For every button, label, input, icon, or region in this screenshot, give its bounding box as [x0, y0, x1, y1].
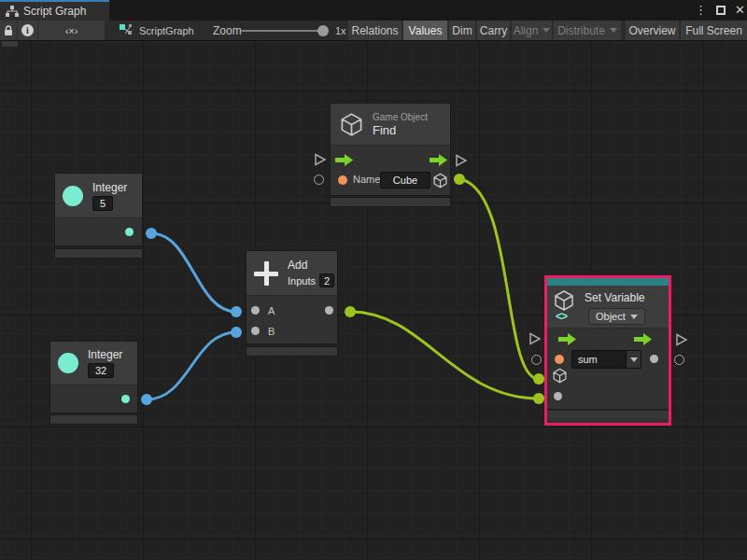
flow-out-triangle-icon[interactable] — [455, 154, 468, 167]
caret-down-icon — [543, 28, 550, 33]
script-graph-icon — [120, 24, 134, 36]
node-body — [50, 385, 137, 413]
integer-value-field[interactable]: 5 — [92, 196, 113, 211]
node-title: Set Variable — [585, 291, 644, 304]
flow-in-triangle-icon[interactable] — [529, 332, 542, 345]
graph-hierarchy-icon — [6, 6, 19, 17]
variable-port-outer-circle[interactable] — [531, 355, 542, 365]
selection-teal-strip — [547, 278, 669, 286]
info-button[interactable]: i — [18, 21, 37, 40]
window-controls: ⋮ ✕ — [695, 0, 745, 21]
name-value-field[interactable]: Cube — [380, 172, 430, 189]
cube-icon — [553, 289, 575, 312]
value-input-port[interactable] — [554, 392, 562, 400]
align-button[interactable]: Align — [512, 21, 552, 40]
node-footer — [547, 409, 669, 418]
input-port-a[interactable] — [251, 306, 260, 315]
variable-name-group: sum — [571, 350, 641, 369]
node-body: A B — [247, 296, 337, 343]
input-port-b[interactable] — [251, 327, 260, 335]
node-header: Integer 32 — [50, 342, 137, 385]
name-label: Name — [353, 174, 380, 185]
gameobject-target-port-icon[interactable] — [552, 368, 568, 384]
dim-button[interactable]: Dim — [449, 21, 475, 40]
value-port-outer-circle[interactable] — [674, 355, 684, 365]
node-category: Game Object — [373, 112, 428, 122]
node-title: Integer — [92, 181, 127, 194]
caret-down-icon — [630, 357, 638, 362]
name-input-port[interactable] — [338, 175, 347, 185]
node-footer — [49, 414, 138, 425]
node-title: Add — [288, 259, 334, 272]
graph-name-label: ScriptGraph — [120, 21, 194, 40]
tab-title: Script Graph — [23, 5, 86, 18]
flow-in-arrow-icon[interactable] — [558, 333, 577, 345]
add-plus-icon — [254, 261, 278, 286]
variable-dropdown-button[interactable] — [627, 350, 641, 369]
variable-code-icon: <> — [556, 310, 567, 323]
zoom-label: Zoom — [213, 21, 242, 40]
inputs-label: Inputs — [288, 275, 316, 287]
values-button[interactable]: Values — [403, 21, 447, 40]
relations-button[interactable]: Relations — [348, 21, 402, 40]
port-label-a: A — [268, 305, 275, 316]
node-body: sum — [547, 329, 669, 409]
node-body: Name Cube — [331, 146, 450, 195]
node-set-variable[interactable]: <> Set Variable Object sum — [544, 275, 671, 426]
output-port[interactable] — [125, 228, 134, 236]
node-footer — [330, 197, 451, 207]
node-footer — [54, 248, 143, 259]
node-add[interactable]: Add Inputs 2 A B — [246, 250, 338, 344]
node-title: Integer — [88, 348, 122, 361]
overview-button[interactable]: Overview — [626, 21, 679, 40]
flow-out-arrow-icon[interactable] — [430, 154, 448, 166]
node-header: <> Set Variable Object — [547, 286, 669, 329]
output-port-sum[interactable] — [325, 306, 333, 315]
node-integer-b[interactable]: Integer 32 — [49, 341, 138, 413]
integer-type-icon — [63, 186, 83, 206]
port-label-b: B — [268, 326, 275, 337]
integer-type-icon — [58, 353, 78, 373]
node-gameobject-find[interactable]: Game Object Find Name Cube — [330, 103, 451, 196]
variable-name-port[interactable] — [555, 355, 564, 364]
integer-value-field[interactable]: 32 — [88, 363, 114, 378]
title-bar: Script Graph ⋮ ✕ — [0, 0, 747, 21]
value-output-port[interactable] — [650, 355, 658, 363]
flow-out-triangle-icon[interactable] — [675, 333, 688, 346]
flow-in-triangle-icon[interactable] — [314, 153, 327, 166]
flow-in-arrow-icon[interactable] — [335, 154, 354, 166]
distribute-button[interactable]: Distribute — [554, 21, 621, 40]
fullscreen-button[interactable]: Full Screen — [681, 21, 747, 40]
scope-dropdown[interactable]: Object — [588, 308, 645, 325]
zoom-value: 1x — [335, 21, 346, 40]
node-body — [55, 218, 142, 245]
node-integer-a[interactable]: Integer 5 — [54, 173, 143, 246]
unity-script-graph-window: Script Graph ⋮ ✕ i ‹×› — [0, 0, 747, 560]
code-icon: ‹×› — [65, 25, 78, 36]
lock-icon — [4, 25, 13, 36]
output-port[interactable] — [121, 395, 130, 403]
variable-name-field[interactable]: sum — [571, 350, 627, 369]
node-title: Find — [373, 123, 428, 137]
name-port-outer-circle[interactable] — [314, 175, 324, 185]
info-icon: i — [21, 24, 34, 36]
node-header: Integer 5 — [55, 174, 142, 218]
node-header: Game Object Find — [331, 104, 450, 146]
maximize-icon[interactable] — [716, 6, 726, 15]
code-view-button[interactable]: ‹×› — [38, 21, 105, 40]
carry-button[interactable]: Carry — [477, 21, 510, 40]
window-menu-icon[interactable]: ⋮ — [695, 0, 707, 21]
cube-icon — [339, 112, 364, 137]
caret-down-icon — [610, 28, 617, 33]
flow-out-arrow-icon[interactable] — [634, 333, 653, 345]
graph-toolbar: i ‹×› ScriptGraph Zoom 1x Relations Valu… — [0, 21, 747, 41]
close-icon[interactable]: ✕ — [735, 0, 745, 21]
node-footer — [246, 346, 338, 357]
inputs-count-field[interactable]: 2 — [319, 273, 334, 287]
tab-script-graph[interactable]: Script Graph — [0, 0, 109, 21]
lock-button[interactable] — [0, 21, 17, 40]
zoom-slider-handle[interactable] — [317, 25, 329, 36]
zoom-slider-track[interactable] — [241, 30, 323, 32]
gameobject-output-icon[interactable] — [432, 173, 448, 189]
caret-down-icon — [630, 315, 638, 319]
